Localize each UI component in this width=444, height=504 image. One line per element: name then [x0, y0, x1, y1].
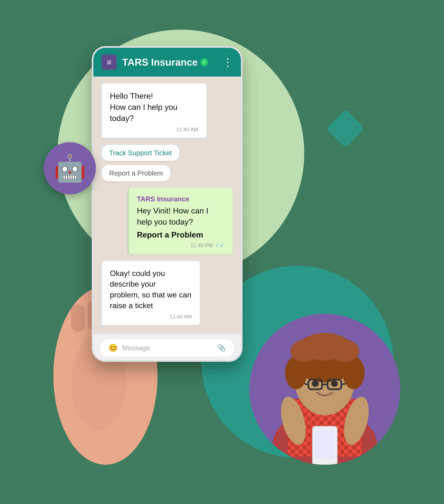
- whatsapp-header: ≡ TARS Insurance ✓ ⋮: [93, 48, 241, 77]
- message-2-time: 11:40 PM: [190, 242, 213, 248]
- avatar-icon: ≡: [107, 57, 111, 67]
- app-title: TARS Insurance: [122, 56, 198, 68]
- phone-frame: ≡ TARS Insurance ✓ ⋮ Hello There!: [92, 46, 242, 362]
- robot-avatar-bubble: 🤖: [44, 142, 96, 194]
- message-3-time: 11:40 AM: [110, 314, 192, 320]
- message-2-sender: TARS Insurance: [137, 195, 224, 203]
- header-title-area: TARS Insurance ✓: [122, 56, 208, 68]
- emoji-icon[interactable]: 😊: [108, 343, 118, 352]
- message-input-field[interactable]: 😊 Message 📎: [100, 339, 234, 357]
- svg-point-21: [300, 333, 350, 360]
- message-2-footer: 11:40 PM ✓✓: [137, 242, 224, 249]
- teal-accent-shape: [326, 109, 365, 148]
- svg-line-25: [304, 384, 308, 384]
- message-bubble-1: Hello There! How can I help you today? 1…: [102, 83, 206, 138]
- svg-point-28: [331, 381, 338, 387]
- svg-point-27: [312, 381, 319, 387]
- title-row: TARS Insurance ✓: [122, 56, 208, 68]
- bot-avatar: ≡: [102, 55, 117, 70]
- chat-area: Hello There! How can I help you today? 1…: [93, 77, 241, 361]
- svg-rect-3: [71, 304, 85, 332]
- person-photo-circle: [249, 314, 400, 465]
- track-support-ticket-button[interactable]: Track Support Ticket: [102, 145, 179, 161]
- message-bubble-3: Okay! could you describe your problem, s…: [102, 261, 200, 325]
- message-2-text: Hey Vinit! How can I help you today?: [137, 205, 224, 227]
- message-placeholder: Message: [122, 344, 213, 352]
- menu-button[interactable]: ⋮: [222, 56, 233, 69]
- double-check-icon: ✓✓: [215, 242, 224, 249]
- svg-line-26: [341, 384, 345, 384]
- message-1-time: 11:40 AM: [110, 126, 198, 132]
- message-2-selection: Report a Problem: [137, 230, 224, 239]
- message-input-bar: 😊 Message 📎: [93, 334, 241, 361]
- header-left: ≡ TARS Insurance ✓: [102, 55, 208, 70]
- quick-reply-buttons: Track Support Ticket Report a Problem: [102, 145, 233, 181]
- main-scene: 🤖 ≡ TARS Insur: [30, 19, 414, 485]
- message-1-text: Hello There! How can I help you today?: [110, 90, 198, 124]
- person-image: [249, 314, 400, 465]
- attach-icon[interactable]: 📎: [217, 344, 226, 352]
- message-bubble-2: TARS Insurance Hey Vinit! How can I help…: [128, 188, 233, 254]
- svg-rect-30: [315, 429, 335, 459]
- verified-badge: ✓: [201, 58, 208, 66]
- message-3-text: Okay! could you describe your problem, s…: [110, 268, 192, 311]
- report-problem-button[interactable]: Report a Problem: [102, 165, 171, 181]
- robot-icon: 🤖: [54, 153, 86, 184]
